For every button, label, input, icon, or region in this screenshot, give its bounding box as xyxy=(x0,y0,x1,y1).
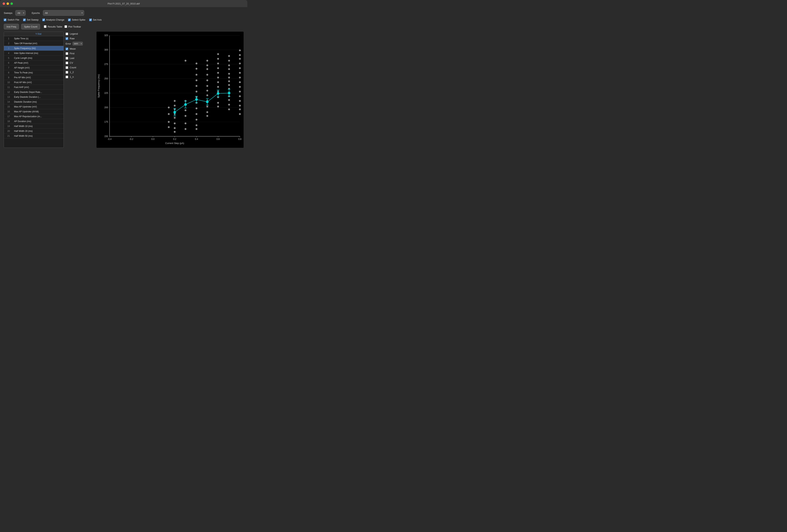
svg-point-81 xyxy=(217,63,219,64)
svg-point-82 xyxy=(217,67,219,69)
table-row[interactable]: 14 Diastolic Duration (ms) xyxy=(4,99,64,104)
error-select[interactable]: sem std none xyxy=(72,42,83,45)
row-number: 10 xyxy=(4,81,13,84)
plot-toolbar-checkbox-label[interactable]: Plot Toolbar xyxy=(64,25,81,28)
svg-point-78 xyxy=(206,115,208,117)
svg-point-65 xyxy=(196,124,197,126)
list-item: AP Duration (ms) xyxy=(13,119,64,123)
switch-file-checkbox[interactable] xyxy=(4,19,6,21)
list-item: AP Peak (mV) xyxy=(13,61,64,65)
table-row[interactable]: 16 Max AP Upstroke (dV/dt) xyxy=(4,109,64,114)
epochs-select-wrapper[interactable]: All xyxy=(43,10,84,16)
list-item: Spike Frequency (Hz) xyxy=(13,46,64,50)
svg-point-117 xyxy=(239,105,241,107)
mean-label: Mean xyxy=(70,47,76,50)
legend-label: Legend xyxy=(70,32,78,35)
legend-option[interactable]: Legend xyxy=(66,32,94,35)
table-row[interactable]: 19 Half Width 10 (ms) xyxy=(4,124,64,129)
one-2-checkbox[interactable] xyxy=(66,71,68,73)
svg-point-57 xyxy=(196,80,197,81)
table-row[interactable]: 13 Early Diastolic Duration (... xyxy=(4,94,64,99)
set-axis-checkbox[interactable] xyxy=(89,19,92,21)
svg-point-63 xyxy=(196,113,197,115)
first-checkbox[interactable] xyxy=(66,52,68,55)
plot-toolbar-checkbox[interactable] xyxy=(64,25,67,28)
mean-option[interactable]: Mean xyxy=(66,47,94,50)
set-sweep-checkbox[interactable] xyxy=(23,19,26,21)
svg-point-140 xyxy=(195,98,198,101)
table-row[interactable]: 4 Inter-Spike-Interval (ms) xyxy=(4,51,64,56)
select-spike-checkbox[interactable] xyxy=(68,19,71,21)
first-option[interactable]: First xyxy=(66,52,94,55)
svg-point-55 xyxy=(196,68,197,70)
table-row[interactable]: 11 Fast AHP (mV) xyxy=(4,85,64,90)
table-row[interactable]: 6 AP Peak (mV) xyxy=(4,61,64,65)
table-row[interactable]: 5 Cycle Length (ms) xyxy=(4,56,64,61)
table-row[interactable]: 3 Spike Frequency (Hz) xyxy=(4,46,64,51)
error-select-wrapper[interactable]: sem std none xyxy=(72,42,83,45)
table-row[interactable]: 10 Post AP Min (mV) xyxy=(4,80,64,85)
epochs-select[interactable]: All xyxy=(43,10,84,16)
analysis-change-checkbox-label[interactable]: Analysis Change xyxy=(42,18,64,21)
last-label: Last xyxy=(70,57,75,60)
plot-area[interactable]: 325 300 275 250 225 200 175 150 -0.4 -0.… xyxy=(97,32,243,148)
analysis-change-checkbox[interactable] xyxy=(42,19,45,21)
last-checkbox[interactable] xyxy=(66,57,68,60)
set-axis-checkbox-label[interactable]: Set Axis xyxy=(89,18,102,21)
set-sweep-checkbox-label[interactable]: Set Sweep xyxy=(23,18,39,21)
table-row[interactable]: 18 AP Duration (ms) xyxy=(4,119,64,124)
row-number: 13 xyxy=(4,95,13,99)
maximize-button[interactable] xyxy=(10,2,13,5)
svg-point-76 xyxy=(206,106,208,108)
close-button[interactable] xyxy=(3,2,5,5)
table-row[interactable]: 17 Max AP Repolarization (m... xyxy=(4,114,64,119)
svg-text:-0.2: -0.2 xyxy=(129,138,133,140)
results-table-checkbox[interactable] xyxy=(44,25,46,28)
table-row[interactable]: 1 Spike Time (s) xyxy=(4,36,64,41)
svg-text:325: 325 xyxy=(104,34,108,37)
svg-point-73 xyxy=(206,90,208,92)
table-row[interactable]: 21 Half Width 50 (ms) xyxy=(4,134,64,138)
row-number: 12 xyxy=(4,90,13,94)
switch-file-checkbox-label[interactable]: Switch File xyxy=(4,18,19,21)
last-option[interactable]: Last xyxy=(66,57,94,60)
svg-text:-0.4: -0.4 xyxy=(108,138,111,140)
count-option[interactable]: Count xyxy=(66,66,94,69)
titlebar: Plot FI:2021_07_20_0010.abf xyxy=(0,0,247,7)
mean-checkbox[interactable] xyxy=(66,48,68,50)
svg-point-108 xyxy=(239,63,241,64)
row-number: 17 xyxy=(4,115,13,118)
svg-point-80 xyxy=(217,58,219,60)
one-n-option[interactable]: 1_n xyxy=(66,75,94,78)
sweeps-select[interactable]: All xyxy=(15,10,26,16)
table-row[interactable]: 15 Max AP Upstroke (mV) xyxy=(4,104,64,109)
list-item: Half Width 50 (ms) xyxy=(13,134,64,138)
table-row[interactable]: 9 Pre AP Min (mV) xyxy=(4,75,64,80)
raw-option[interactable]: Raw xyxy=(66,37,94,40)
window-controls xyxy=(3,2,13,5)
legend-checkbox[interactable] xyxy=(66,32,68,35)
sweeps-epochs-row: Sweeps All Epochs All xyxy=(4,10,243,16)
table-row[interactable]: 2 Take Off Potential (mV) xyxy=(4,41,64,46)
sweeps-select-wrapper[interactable]: All xyxy=(15,10,26,16)
table-row[interactable]: 12 Early Diastolic Depol Rate... xyxy=(4,90,64,94)
one-2-option[interactable]: 1_2 xyxy=(66,71,94,73)
table-row[interactable]: 7 AP Height (mV) xyxy=(4,65,64,70)
count-checkbox[interactable] xyxy=(66,66,68,69)
raw-checkbox[interactable] xyxy=(66,37,68,40)
list-item: Pre AP Min (mV) xyxy=(13,76,64,80)
inst-freq-tab[interactable]: Inst Freq xyxy=(4,24,19,29)
one-n-checkbox[interactable] xyxy=(66,76,68,78)
table-row[interactable]: 8 Time To Peak (ms) xyxy=(4,70,64,75)
cv-checkbox[interactable] xyxy=(66,62,68,64)
ystat-table[interactable]: Y-Stat 1 Spike Time (s) 2 Take Off Poten… xyxy=(4,32,64,148)
minimize-button[interactable] xyxy=(6,2,9,5)
results-table-checkbox-label[interactable]: Results Table xyxy=(44,25,62,28)
checkbox-row: Switch File Set Sweep Analysis Change Se… xyxy=(4,18,243,21)
svg-point-38 xyxy=(168,126,170,128)
table-row[interactable]: 20 Half Width 20 (ms) xyxy=(4,129,64,134)
select-spike-checkbox-label[interactable]: Select Spike xyxy=(68,18,85,21)
cv-option[interactable]: CV xyxy=(66,61,94,64)
spike-count-tab[interactable]: Spike Count xyxy=(21,24,40,29)
svg-point-85 xyxy=(217,81,219,83)
